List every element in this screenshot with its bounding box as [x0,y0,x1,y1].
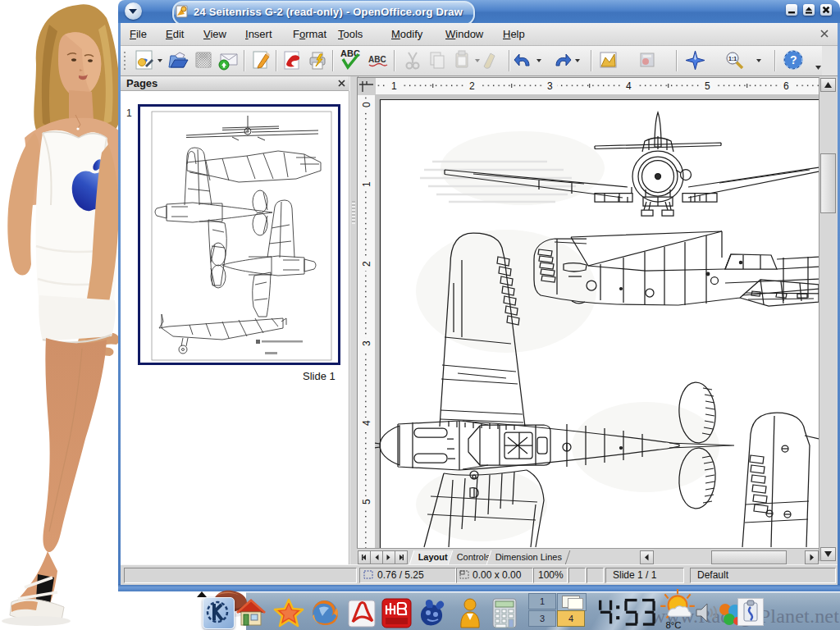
svg-text:1:1: 1:1 [728,56,737,62]
svg-text:0: 0 [361,102,372,107]
svg-text:4: 4 [626,80,632,92]
svg-text:ABC: ABC [368,55,386,64]
svg-text:3: 3 [547,80,553,92]
svg-text:5: 5 [705,80,710,92]
svg-text:2: 2 [469,80,475,92]
svg-text:2: 2 [361,261,372,267]
svg-text:1: 1 [361,181,372,187]
svg-text:1: 1 [391,80,397,92]
svg-text:4: 4 [361,420,372,426]
svg-text:?: ? [790,53,797,66]
svg-text:3: 3 [361,340,372,346]
svg-text:6: 6 [783,80,789,92]
svg-text:8°C: 8°C [665,620,681,630]
svg-text:5: 5 [361,499,372,504]
